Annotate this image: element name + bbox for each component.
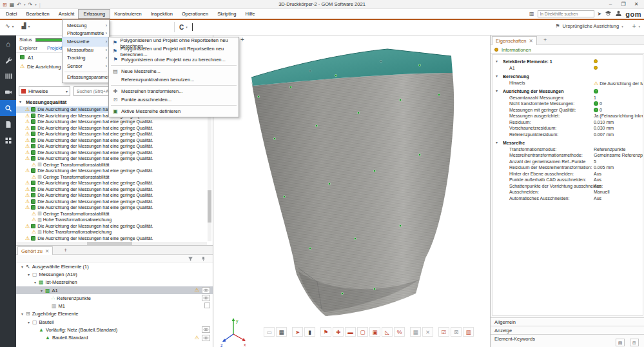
close-button[interactable]: ✕: [630, 0, 643, 8]
chart-icon[interactable]: ▟: [22, 23, 26, 29]
submenu-item-referenzpunktrahmen-benutzen-[interactable]: Referenzpunktrahmen benutzen...: [109, 75, 239, 84]
activity-report-icon[interactable]: [0, 116, 16, 132]
expand-arrow-icon[interactable]: ▾: [21, 312, 26, 316]
section-anzeige[interactable]: Anzeige: [491, 326, 644, 334]
warning-row[interactable]: ⚠Die Ausrichtung der Messungen hat eine …: [16, 137, 207, 144]
clip-button[interactable]: ✕: [422, 327, 433, 337]
expand-arrow-icon[interactable]: ▾: [28, 320, 32, 324]
pin-icon[interactable]: [200, 256, 206, 262]
menu-item-messreihe[interactable]: Messreihe›: [63, 37, 109, 46]
training-cap-icon[interactable]: [605, 10, 612, 18]
activity-search-icon[interactable]: [0, 100, 16, 116]
activity-grid-icon[interactable]: [0, 132, 16, 148]
expand-arrow-icon[interactable]: ▾: [41, 288, 45, 293]
warning-row[interactable]: ⚠Die Ausrichtung der Messungen hat eine …: [16, 150, 207, 156]
menu-item-sensor[interactable]: Sensor›: [63, 62, 109, 70]
warning-row[interactable]: ⚠Die Ausrichtung der Messungen hat eine …: [16, 235, 207, 242]
section-header[interactable]: ▾Messreihe: [493, 140, 643, 146]
align-center-button[interactable]: ▮: [304, 327, 315, 337]
warnings-vertical-scrollbar[interactable]: [208, 106, 211, 241]
visibility-checkbox[interactable]: [204, 302, 210, 308]
section-header[interactable]: ▾Ausrichtung der Messungen↑: [493, 88, 643, 95]
warning-row[interactable]: ⚠Die Ausrichtung der Messungen hat eine …: [16, 125, 207, 132]
section-header[interactable]: ▾Berechnung: [493, 74, 643, 80]
menu-ansicht[interactable]: Ansicht: [54, 10, 79, 18]
expand-arrow-icon[interactable]: ▾: [28, 272, 32, 277]
warning-row[interactable]: ⚠Die Ausrichtung der Messungen hat eine …: [16, 192, 207, 199]
tree-item-zugeh-rige-elemente[interactable]: ▾⊞Zugehörige Elemente: [16, 310, 213, 318]
submenu-item-punkte-ausschneiden-[interactable]: ⊡Punkte ausschneiden...: [109, 95, 239, 104]
menu-item-photogrammetrie[interactable]: Photogrammetrie›: [63, 30, 109, 38]
tree-item-ist-messreihen[interactable]: ▾▩Ist-Messreihen: [16, 279, 213, 286]
tree-item-bauteil-standard[interactable]: ▲Bauteil.Standard⚠: [16, 334, 213, 342]
menu-bearbeiten[interactable]: Bearbeiten: [22, 10, 54, 18]
filter-funnel-icon[interactable]: [188, 256, 193, 262]
deselect-button[interactable]: ⊠: [451, 327, 462, 337]
warning-row[interactable]: ⚠▥Geringe Transformationsstabilität: [16, 211, 207, 217]
menu-hilfe[interactable]: Hilfe: [240, 10, 259, 18]
menu-item-erfassungsparameter[interactable]: Erfassungsparameter...: [63, 74, 109, 82]
monitor-button[interactable]: ▦: [276, 327, 287, 337]
viewport-3d[interactable]: +: [213, 35, 490, 347]
activity-wrench-icon[interactable]: [0, 52, 16, 68]
add-alignment-button[interactable]: +: [632, 23, 636, 30]
scrollbar-thumb[interactable]: [208, 190, 211, 223]
tab-close-icon[interactable]: ✕: [529, 38, 533, 44]
section-header[interactable]: ▾Selektierte Elemente: 1: [493, 59, 643, 65]
submenu-item-aktive-messreihe-definieren[interactable]: ▣Aktive Messreihe definieren: [109, 107, 239, 115]
maximize-button[interactable]: ❐: [617, 0, 630, 8]
alignment-caret-icon[interactable]: ▾: [621, 25, 623, 28]
pin-button[interactable]: ⚑: [320, 327, 331, 337]
expand-arrow-icon[interactable]: ▾: [34, 280, 39, 284]
warning-row[interactable]: ⚠▥Hohe Transformationsabweichung: [16, 217, 207, 223]
crosshair-button[interactable]: ✚: [333, 327, 344, 337]
check-select-button[interactable]: ☑: [438, 327, 449, 337]
keyword-tag-icon[interactable]: ⊞: [630, 339, 639, 346]
percent-button[interactable]: %: [394, 327, 405, 337]
warning-row[interactable]: ⚠Die Ausrichtung der Messungen hat eine …: [16, 131, 207, 137]
signal-icon[interactable]: ∿: [5, 23, 10, 29]
warning-row[interactable]: ⚠Die Ausrichtung der Messungen hat eine …: [16, 119, 207, 125]
warning-row[interactable]: ⚠Die Ausrichtung der Messungen hat eine …: [16, 155, 207, 162]
menu-item-messung[interactable]: Messung›: [63, 21, 109, 30]
tree-item-ausgew-hlte-elemente-1-[interactable]: ▾↖Ausgewählte Elemente (1): [16, 263, 213, 270]
alignment-selector[interactable]: Ursprüngliche Ausrichtung: [563, 23, 620, 29]
warning-row[interactable]: ⚠▥Geringe Transformationsstabilität: [16, 162, 207, 168]
measure-button[interactable]: ▬: [345, 327, 356, 337]
tab-projekt[interactable]: Projekt: [47, 45, 62, 51]
tree-item-m1[interactable]: ▥M1: [16, 302, 213, 310]
warning-row[interactable]: ⚠Die Ausrichtung der Messungen hat eine …: [16, 143, 207, 150]
submenu-item-polygonisieren-ohne-projekt-neu-zu-berec[interactable]: ⚑Polygonisieren ohne Projekt neu zu bere…: [109, 55, 239, 64]
tab-explorer[interactable]: Explorer: [19, 45, 37, 51]
visibility-eye-icon[interactable]: [202, 326, 210, 333]
tab-close-icon[interactable]: ✕: [45, 248, 49, 254]
visibility-eye-icon[interactable]: [202, 335, 210, 341]
add-caret-icon[interactable]: ▾: [638, 25, 640, 28]
setsquare-button[interactable]: ◺: [382, 327, 393, 337]
warning-row[interactable]: ⚠Die Ausrichtung der Messungen hat eine …: [16, 223, 207, 230]
submenu-item-polygonisieren-und-projekt-mit-reportsei[interactable]: ⚑Polygonisieren und Projekt mit Reportse…: [109, 47, 239, 55]
submenu-item-messreihen-transformieren-[interactable]: ✚Messreihen transformieren...: [109, 87, 239, 95]
report-page-icon[interactable]: ▤: [616, 339, 625, 346]
select-arrow-button[interactable]: ➤: [292, 327, 303, 337]
minimize-button[interactable]: –: [604, 0, 617, 8]
informationen-header[interactable]: Informationen: [491, 45, 644, 54]
expand-arrow-icon[interactable]: ▾: [21, 264, 26, 269]
user-account-icon[interactable]: [615, 10, 622, 18]
tree-item-bauteil[interactable]: ▾▢Bauteil: [16, 318, 213, 326]
hinweise-filter-dropdown[interactable]: Hinweise ▾: [19, 86, 70, 96]
send-icon[interactable]: ➤: [598, 11, 602, 17]
rect-select-button[interactable]: ▢: [357, 327, 368, 337]
columns-button[interactable]: ▥: [463, 327, 474, 337]
warning-row[interactable]: ⚠Die Ausrichtung der Messungen hat eine …: [16, 180, 207, 186]
command-caret-icon[interactable]: ▾: [186, 25, 188, 29]
tree-item-vorl-ufig-netz-bauteil-standard-[interactable]: ▲Vorläufig: Netz (Bauteil.Standard): [16, 326, 213, 333]
tab-gehoert-zu[interactable]: Gehört zu✕: [17, 246, 53, 255]
rect-inner-select-button[interactable]: ▣: [369, 327, 380, 337]
warning-row[interactable]: ⚠Die Ausrichtung der Messungen hat eine …: [16, 199, 207, 205]
menu-item-tracking[interactable]: Tracking›: [63, 54, 109, 62]
tree-item-referenzpunkte[interactable]: ∴Referenzpunkte: [16, 294, 213, 302]
warning-row[interactable]: ⚠▥Hohe Transformationsabweichung: [16, 229, 207, 235]
alignment-flag-icon[interactable]: ⚑: [555, 23, 560, 29]
warning-row[interactable]: ⚠Die Ausrichtung der Messungen hat eine …: [16, 168, 207, 174]
